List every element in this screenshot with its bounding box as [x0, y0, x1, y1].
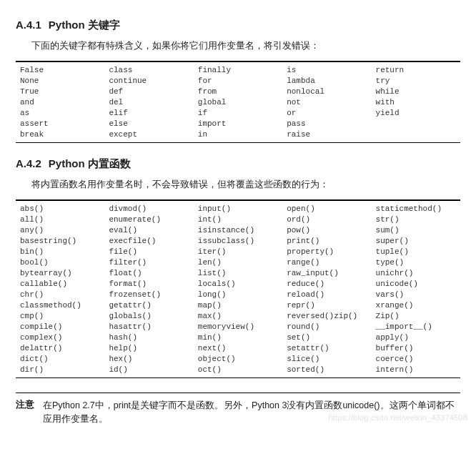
table-cell: with	[372, 97, 460, 108]
table-cell: return	[372, 62, 460, 76]
table-row: chr()frozenset()long()reload()vars()	[16, 290, 460, 300]
table-row: Nonecontinueforlambdatry	[16, 76, 460, 87]
table-cell: assert	[16, 119, 104, 129]
table-cell: locals()	[194, 279, 282, 290]
table-cell: or	[282, 108, 371, 119]
table-cell: sum()	[372, 225, 460, 236]
table-cell: not	[282, 97, 371, 108]
note-label: 注意	[16, 399, 34, 426]
table-row: dict()hex()object()slice()coerce()	[16, 354, 460, 365]
table-cell: long()	[194, 290, 282, 300]
table-cell: filter()	[104, 257, 193, 268]
table-cell: bytearray()	[16, 268, 104, 279]
table-cell: issubclass()	[194, 236, 282, 247]
table-row: assertelseimportpass	[16, 119, 460, 129]
table-cell: except	[104, 129, 193, 143]
table-cell: pass	[282, 119, 371, 129]
table-cell: raise	[282, 129, 371, 143]
table-row: Falseclassfinallyisreturn	[16, 62, 460, 76]
table-row: bin()file()iter()property()tuple()	[16, 247, 460, 257]
table-cell: global	[194, 97, 282, 108]
table-cell: buffer()	[372, 343, 460, 354]
table-cell: enumerate()	[104, 214, 193, 225]
table-cell: file()	[104, 247, 193, 257]
table-cell: hasattr()	[104, 322, 193, 332]
table-cell: staticmethod()	[372, 201, 460, 214]
table-cell	[372, 119, 460, 129]
table-row: bytearray()float()list()raw_input()unich…	[16, 268, 460, 279]
table-row: basestring()execfile()issubclass()print(…	[16, 236, 460, 247]
table-cell: compile()	[16, 322, 104, 332]
table-row: Truedeffromnonlocalwhile	[16, 87, 460, 97]
table-cell: len()	[194, 257, 282, 268]
table-cell: lambda	[282, 76, 371, 87]
table-cell: pow()	[282, 225, 371, 236]
table-row: cmp()globals()max()reversed()zip()Zip()	[16, 311, 460, 322]
table-cell: execfile()	[104, 236, 193, 247]
table-cell: break	[16, 129, 104, 143]
table-cell: chr()	[16, 290, 104, 300]
table-cell: hash()	[104, 332, 193, 343]
table-cell: tuple()	[372, 247, 460, 257]
table-cell: raw_input()	[282, 268, 371, 279]
table-cell: else	[104, 119, 193, 129]
table-cell: del	[104, 97, 193, 108]
table-cell: object()	[194, 354, 282, 365]
table-cell: finally	[194, 62, 282, 76]
table-cell: iter()	[194, 247, 282, 257]
table-cell: if	[194, 108, 282, 119]
table-cell: input()	[194, 201, 282, 214]
table-cell: xrange()	[372, 300, 460, 311]
table-cell: and	[16, 97, 104, 108]
table-cell: super()	[372, 236, 460, 247]
table-cell: is	[282, 62, 371, 76]
table-cell: open()	[282, 201, 371, 214]
section-title-2: Python 内置函数	[49, 157, 131, 169]
table-cell: oct()	[194, 365, 282, 378]
section-intro-2: 将内置函数名用作变量名时，不会导致错误，但将覆盖这些函数的行为：	[31, 178, 460, 191]
table-cell: property()	[282, 247, 371, 257]
table-row: breakexceptinraise	[16, 129, 460, 143]
table-cell: getattr()	[104, 300, 193, 311]
table-cell: Zip()	[372, 311, 460, 322]
table-cell: abs()	[16, 201, 104, 214]
section-heading-1: A.4.1Python 关键字	[16, 19, 460, 32]
table-cell: import	[194, 119, 282, 129]
table-cell: print()	[282, 236, 371, 247]
table-cell: format()	[104, 279, 193, 290]
table-cell: id()	[104, 365, 193, 378]
keywords-table: FalseclassfinallyisreturnNonecontinuefor…	[16, 61, 460, 143]
table-cell: dict()	[16, 354, 104, 365]
table-cell: nonlocal	[282, 87, 371, 97]
table-cell: bin()	[16, 247, 104, 257]
table-cell: class	[104, 62, 193, 76]
table-row: callable()format()locals()reduce()unicod…	[16, 279, 460, 290]
table-row: abs()divmod()input()open()staticmethod()	[16, 201, 460, 214]
table-cell: int()	[194, 214, 282, 225]
table-cell: __import__()	[372, 322, 460, 332]
table-cell: intern()	[372, 365, 460, 378]
table-cell: try	[372, 76, 460, 87]
table-cell: elif	[104, 108, 193, 119]
section-title-1: Python 关键字	[49, 19, 120, 31]
table-cell: frozenset()	[104, 290, 193, 300]
table-cell: globals()	[104, 311, 193, 322]
table-cell: ord()	[282, 214, 371, 225]
table-cell: bool()	[16, 257, 104, 268]
table-cell: any()	[16, 225, 104, 236]
table-cell: callable()	[16, 279, 104, 290]
table-row: compile()hasattr()memoryview()round()__i…	[16, 322, 460, 332]
table-cell: eval()	[104, 225, 193, 236]
table-cell: yield	[372, 108, 460, 119]
table-cell: help()	[104, 343, 193, 354]
table-row: anddelglobalnotwith	[16, 97, 460, 108]
table-row: dir()id()oct()sorted()intern()	[16, 365, 460, 378]
table-cell: basestring()	[16, 236, 104, 247]
table-cell: type()	[372, 257, 460, 268]
table-cell: list()	[194, 268, 282, 279]
table-cell: float()	[104, 268, 193, 279]
table-cell: next()	[194, 343, 282, 354]
table-cell: complex()	[16, 332, 104, 343]
table-cell: coerce()	[372, 354, 460, 365]
table-cell: dir()	[16, 365, 104, 378]
